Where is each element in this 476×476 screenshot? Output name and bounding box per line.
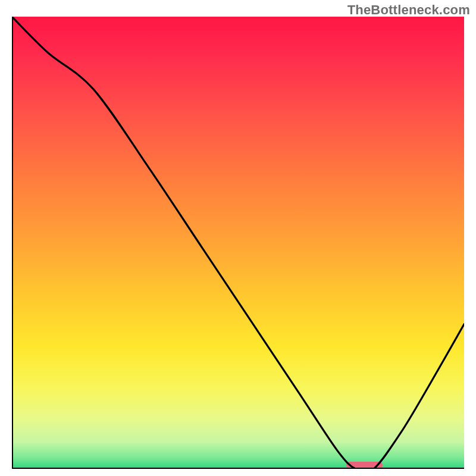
axes-layer: [12, 17, 464, 469]
watermark-text: TheBottleneck.com: [347, 2, 470, 18]
plot-area: [12, 17, 464, 469]
chart-container: TheBottleneck.com: [0, 0, 476, 476]
